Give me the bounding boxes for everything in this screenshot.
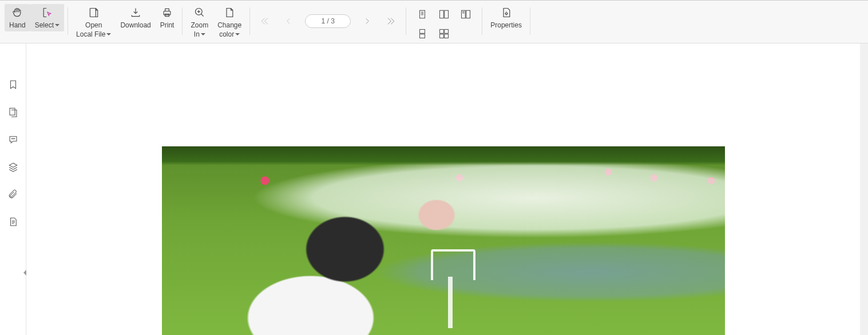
zoom-button[interactable]: Zoom In: [186, 4, 213, 41]
svg-rect-17: [10, 108, 15, 115]
bookmarks-button[interactable]: [6, 78, 20, 91]
properties-icon: [501, 5, 512, 20]
view-continuous-two-button[interactable]: [436, 26, 452, 42]
zoom-in-icon: [194, 5, 205, 20]
zoom-label-2: In: [194, 30, 205, 38]
page-content: [162, 146, 725, 335]
view-single-page-button[interactable]: [414, 6, 430, 22]
zoom-label-1: Zoom: [191, 21, 208, 29]
properties-label: Properties: [490, 21, 522, 29]
vertical-scrollbar[interactable]: [860, 43, 868, 335]
select-label: Select: [35, 21, 60, 29]
main-toolbar: Hand Select Open Local File Download Pri…: [0, 0, 868, 43]
svg-point-20: [14, 138, 14, 139]
chevron-down-icon: [106, 33, 111, 35]
document-canvas[interactable]: [26, 43, 860, 335]
next-page-button[interactable]: [361, 15, 374, 27]
select-tool-button[interactable]: Select: [30, 4, 64, 31]
chevron-down-icon: [201, 33, 205, 35]
svg-rect-12: [440, 30, 444, 34]
download-label: Download: [120, 21, 150, 29]
toolbar-separator: [68, 7, 68, 35]
comments-button[interactable]: [6, 133, 20, 146]
svg-point-16: [505, 13, 507, 14]
print-icon: [161, 5, 173, 20]
attachments-button[interactable]: [6, 188, 20, 201]
outline-button[interactable]: [6, 215, 20, 229]
document-image: [162, 146, 725, 335]
open-file-button[interactable]: Open Local File: [72, 4, 116, 41]
view-two-page-button[interactable]: [436, 6, 452, 22]
page-navigation: [253, 4, 402, 38]
print-button[interactable]: Print: [156, 4, 179, 31]
svg-rect-14: [440, 34, 444, 38]
print-label: Print: [160, 21, 175, 29]
chevron-down-icon: [55, 24, 60, 26]
svg-rect-9: [466, 10, 470, 18]
view-empty-slot: [458, 26, 474, 42]
color-label-1: Change: [217, 21, 241, 29]
select-cursor-icon: [41, 5, 53, 20]
view-continuous-single-button[interactable]: [414, 26, 430, 42]
svg-rect-13: [445, 30, 449, 34]
svg-rect-7: [445, 10, 449, 18]
toolbar-separator: [406, 7, 406, 35]
svg-rect-2: [165, 9, 169, 11]
color-label-2: color: [219, 30, 240, 38]
svg-rect-5: [420, 10, 425, 18]
hand-label: Hand: [9, 21, 26, 29]
document-icon: [224, 5, 235, 20]
open-label-2: Local File: [76, 30, 111, 38]
layers-button[interactable]: [6, 160, 20, 174]
change-color-button[interactable]: Change color: [213, 4, 246, 41]
toolbar-separator: [530, 7, 530, 35]
svg-rect-1: [164, 11, 171, 15]
view-cover-page-button[interactable]: [458, 6, 474, 22]
properties-button[interactable]: Properties: [486, 4, 526, 31]
svg-rect-15: [445, 34, 449, 38]
prev-page-button[interactable]: [282, 15, 295, 27]
svg-rect-6: [440, 10, 444, 18]
first-page-button[interactable]: [259, 15, 272, 27]
chevron-down-icon: [235, 33, 240, 35]
download-icon: [130, 5, 141, 20]
svg-rect-10: [420, 30, 425, 34]
svg-point-18: [11, 138, 12, 139]
view-mode-grid: [410, 4, 478, 44]
hand-icon: [11, 5, 23, 20]
open-label-1: Open: [85, 21, 102, 29]
last-page-button[interactable]: [384, 15, 397, 27]
open-file-icon: [88, 5, 100, 20]
left-sidebar: [0, 43, 26, 335]
svg-rect-0: [90, 9, 96, 17]
image-detail: [425, 249, 477, 329]
page-number-input[interactable]: [305, 14, 351, 28]
svg-rect-11: [420, 34, 425, 38]
hand-tool-button[interactable]: Hand: [5, 4, 30, 31]
thumbnails-button[interactable]: [6, 105, 20, 119]
svg-point-19: [13, 138, 13, 139]
toolbar-separator: [182, 7, 183, 35]
toolbar-separator: [249, 7, 250, 35]
toolbar-separator: [482, 7, 482, 35]
download-button[interactable]: Download: [116, 4, 155, 31]
main-area: [0, 43, 868, 335]
